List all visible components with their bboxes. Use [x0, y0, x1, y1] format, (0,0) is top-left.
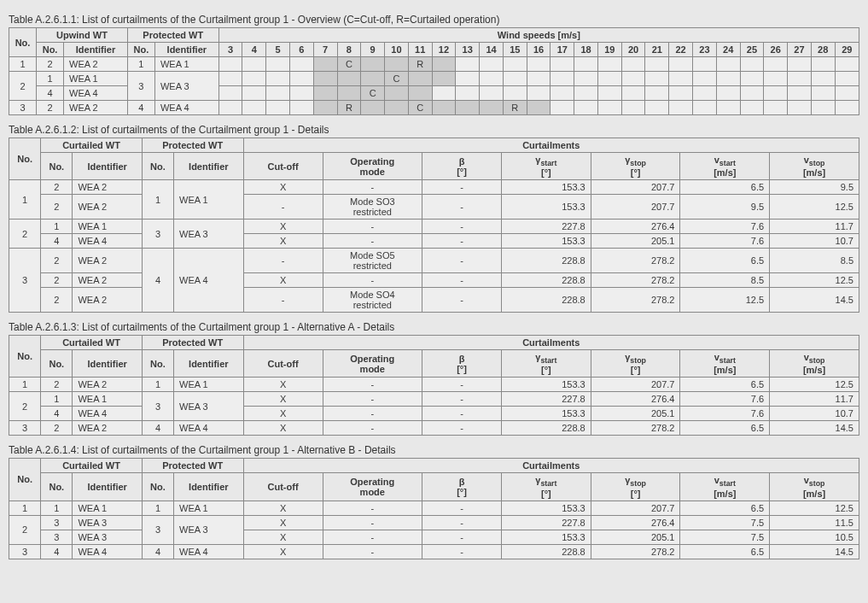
cell-gstop: 278.2	[591, 421, 680, 436]
overview-row: 32WEA 24WEA 4RCR	[9, 101, 859, 115]
cell-prot-id: WEA 3	[154, 72, 218, 101]
ws-cell	[811, 57, 835, 72]
cell-vstart: 7.6	[680, 234, 770, 249]
col-curt-no: No.	[41, 153, 73, 180]
ws-cell	[313, 57, 337, 72]
ws-cell	[716, 72, 740, 86]
col-ws-27: 27	[788, 43, 812, 57]
details-row: 32WEA 24WEA 4X--228.8278.26.514.5	[9, 421, 859, 436]
details-row: 34WEA 44WEA 4X--228.8278.26.514.5	[9, 544, 859, 559]
alt-b-block: Table A.2.6.1.4: List of curtailments of…	[9, 444, 859, 559]
cell-opmode: -	[323, 378, 422, 392]
ws-cell: R	[337, 101, 361, 115]
ws-cell	[408, 86, 432, 101]
ws-cell	[764, 57, 788, 72]
cell-vstart: 7.6	[680, 220, 770, 234]
ws-cell	[337, 72, 361, 86]
cell-gstop: 205.1	[591, 234, 680, 249]
cell-beta: -	[422, 288, 501, 313]
cell-gstop: 278.2	[591, 249, 680, 273]
cell-prot-id: WEA 4	[174, 544, 243, 559]
ws-cell	[716, 86, 740, 101]
alt-a-caption: Table A.2.6.1.3: List of curtailments of…	[9, 321, 859, 333]
ws-cell	[503, 86, 527, 101]
details-row: 2WEA 2X--228.8278.28.512.5	[9, 273, 859, 288]
ws-cell	[290, 86, 314, 101]
cell-prot-id: WEA 3	[174, 515, 243, 544]
cell-beta: -	[422, 249, 501, 273]
col-beta: β[°]	[422, 350, 501, 378]
col-gstop: γstop[°]	[591, 350, 680, 378]
cell-upwind-no: 1	[37, 72, 64, 86]
ws-cell	[716, 57, 740, 72]
ws-cell	[218, 86, 242, 101]
cell-curt-id: WEA 2	[73, 421, 142, 436]
cell-opmode: -	[323, 421, 422, 436]
col-gstart: γstart[°]	[502, 350, 591, 378]
ws-cell	[503, 72, 527, 86]
col-cutoff: Cut-off	[243, 473, 323, 501]
col-upwind-no: No.	[37, 43, 64, 57]
col-prot-id: Identifier	[174, 153, 243, 180]
details-row: 21WEA 13WEA 3X--227.8276.47.611.7	[9, 392, 859, 407]
col-prot-no: No.	[142, 153, 173, 180]
ws-cell	[527, 57, 551, 72]
cell-prot-id: WEA 1	[154, 57, 218, 72]
col-ws-5: 5	[266, 43, 290, 57]
cell-upwind-no: 2	[37, 101, 64, 115]
cell-curt-id: WEA 4	[73, 234, 142, 249]
ws-cell	[385, 57, 409, 72]
ws-cell	[645, 86, 669, 101]
cell-beta: -	[422, 220, 501, 234]
cell-upwind-id: WEA 2	[64, 101, 128, 115]
cell-curt-no: 2	[41, 378, 73, 392]
col-vstop: vstop[m/s]	[770, 153, 859, 180]
cell-cutoff: X	[243, 273, 323, 288]
ws-cell: C	[385, 72, 409, 86]
col-beta: β[°]	[422, 473, 501, 501]
col-opmode: Operatingmode	[323, 153, 422, 180]
details-row: 3WEA 3X--153.3205.17.510.5	[9, 530, 859, 544]
ws-cell	[313, 101, 337, 115]
cell-vstart: 6.5	[680, 501, 770, 515]
ws-cell	[266, 101, 290, 115]
col-ws-11: 11	[408, 43, 432, 57]
col-gstart: γstart[°]	[502, 473, 591, 501]
col-gstart: γstart[°]	[502, 153, 591, 180]
cell-prot-id: WEA 3	[174, 220, 243, 249]
ws-cell	[693, 101, 717, 115]
cell-gstart: 153.3	[502, 501, 591, 515]
cell-gstart: 227.8	[502, 515, 591, 530]
col-cutoff: Cut-off	[243, 153, 323, 180]
col-gstop: γstop[°]	[591, 153, 680, 180]
group-curtailed: Curtailed WT	[41, 336, 143, 350]
ws-cell	[645, 72, 669, 86]
cell-prot-no: 1	[142, 180, 173, 220]
cell-gstart: 153.3	[502, 530, 591, 544]
cell-prot-no: 3	[142, 515, 173, 544]
ws-cell	[551, 101, 574, 115]
cell-vstop: 12.5	[770, 501, 859, 515]
ws-cell	[693, 57, 717, 72]
cell-vstart: 7.6	[680, 392, 770, 407]
cell-vstart: 6.5	[680, 421, 770, 436]
group-protected: Protected WT	[127, 28, 218, 43]
col-ws-6: 6	[290, 43, 314, 57]
ws-cell	[645, 57, 669, 72]
cell-no: 1	[9, 57, 37, 72]
cell-vstart: 7.5	[680, 530, 770, 544]
cell-beta: -	[422, 501, 501, 515]
cell-upwind-no: 2	[37, 57, 64, 72]
cell-opmode: -	[323, 273, 422, 288]
ws-cell	[597, 72, 621, 86]
cell-curt-no: 1	[41, 501, 73, 515]
ws-cell	[527, 72, 551, 86]
ws-cell	[313, 86, 337, 101]
cell-no: 2	[9, 72, 37, 101]
cell-vstop: 14.5	[770, 544, 859, 559]
ws-cell	[574, 86, 598, 101]
cell-cutoff: X	[243, 378, 323, 392]
col-curt-no: No.	[41, 350, 73, 378]
ws-cell	[574, 57, 598, 72]
cell-opmode: -	[323, 234, 422, 249]
